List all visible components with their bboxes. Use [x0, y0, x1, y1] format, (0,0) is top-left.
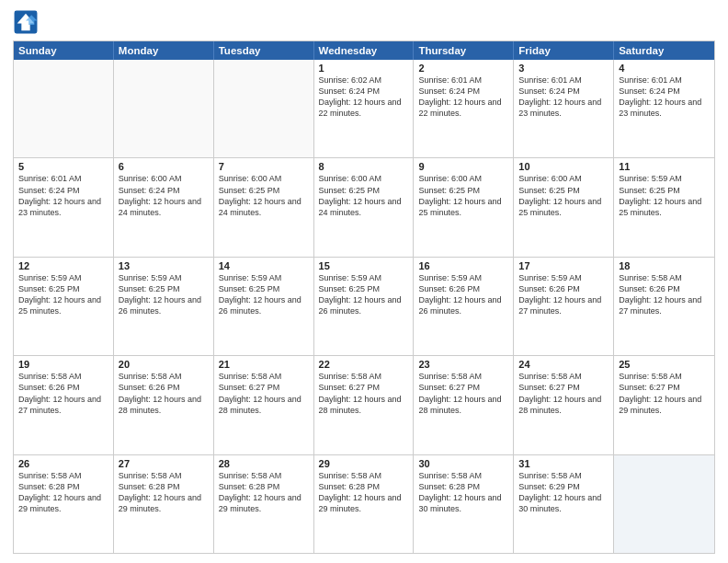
logo-icon [13, 9, 39, 35]
week-2: 5Sunrise: 6:01 AM Sunset: 6:24 PM Daylig… [14, 158, 714, 257]
cell-info: Sunrise: 6:00 AM Sunset: 6:25 PM Dayligh… [219, 173, 309, 218]
cal-cell: 30Sunrise: 5:58 AM Sunset: 6:28 PM Dayli… [414, 455, 514, 553]
day-number: 1 [319, 63, 409, 74]
header-day-tuesday: Tuesday [214, 41, 314, 60]
week-3: 12Sunrise: 5:59 AM Sunset: 6:25 PM Dayli… [14, 258, 714, 356]
day-number: 29 [319, 458, 409, 469]
day-number: 6 [119, 161, 209, 172]
cell-info: Sunrise: 5:59 AM Sunset: 6:25 PM Dayligh… [119, 272, 209, 317]
cell-info: Sunrise: 5:59 AM Sunset: 6:25 PM Dayligh… [219, 272, 309, 317]
cell-info: Sunrise: 5:58 AM Sunset: 6:26 PM Dayligh… [619, 272, 710, 317]
day-number: 9 [418, 161, 508, 172]
cell-info: Sunrise: 5:58 AM Sunset: 6:27 PM Dayligh… [319, 371, 409, 416]
day-number: 19 [18, 359, 108, 370]
cal-cell: 5Sunrise: 6:01 AM Sunset: 6:24 PM Daylig… [14, 158, 114, 256]
cal-cell: 11Sunrise: 5:59 AM Sunset: 6:25 PM Dayli… [614, 158, 714, 256]
day-number: 8 [319, 161, 409, 172]
day-number: 14 [219, 260, 309, 271]
cell-info: Sunrise: 5:59 AM Sunset: 6:25 PM Dayligh… [619, 173, 710, 218]
cal-cell: 26Sunrise: 5:58 AM Sunset: 6:28 PM Dayli… [14, 455, 114, 553]
day-number: 12 [18, 260, 108, 271]
cal-cell: 14Sunrise: 5:59 AM Sunset: 6:25 PM Dayli… [214, 258, 314, 355]
cal-cell: 9Sunrise: 6:00 AM Sunset: 6:25 PM Daylig… [414, 158, 514, 256]
cell-info: Sunrise: 5:58 AM Sunset: 6:28 PM Dayligh… [119, 470, 209, 515]
cal-cell: 2Sunrise: 6:01 AM Sunset: 6:24 PM Daylig… [414, 60, 514, 157]
header-day-saturday: Saturday [614, 41, 714, 60]
cal-cell: 20Sunrise: 5:58 AM Sunset: 6:26 PM Dayli… [114, 356, 214, 454]
header-day-wednesday: Wednesday [314, 41, 415, 60]
cal-cell: 16Sunrise: 5:59 AM Sunset: 6:26 PM Dayli… [414, 258, 514, 355]
cell-info: Sunrise: 6:00 AM Sunset: 6:25 PM Dayligh… [418, 173, 508, 218]
cell-info: Sunrise: 5:59 AM Sunset: 6:26 PM Dayligh… [418, 272, 508, 317]
cal-cell: 31Sunrise: 5:58 AM Sunset: 6:29 PM Dayli… [514, 455, 614, 553]
page: SundayMondayTuesdayWednesdayThursdayFrid… [0, 0, 728, 563]
day-number: 5 [18, 161, 108, 172]
day-number: 20 [119, 359, 209, 370]
cal-cell [114, 60, 214, 157]
cal-cell: 6Sunrise: 6:00 AM Sunset: 6:24 PM Daylig… [114, 158, 214, 256]
cell-info: Sunrise: 5:58 AM Sunset: 6:26 PM Dayligh… [18, 371, 108, 416]
cell-info: Sunrise: 5:58 AM Sunset: 6:28 PM Dayligh… [418, 470, 508, 515]
calendar-body: 1Sunrise: 6:02 AM Sunset: 6:24 PM Daylig… [14, 60, 714, 553]
cal-cell: 18Sunrise: 5:58 AM Sunset: 6:26 PM Dayli… [614, 258, 714, 355]
cell-info: Sunrise: 6:02 AM Sunset: 6:24 PM Dayligh… [319, 75, 409, 120]
cal-cell: 27Sunrise: 5:58 AM Sunset: 6:28 PM Dayli… [114, 455, 214, 553]
day-number: 16 [418, 260, 508, 271]
cell-info: Sunrise: 6:00 AM Sunset: 6:25 PM Dayligh… [518, 173, 609, 218]
day-number: 18 [619, 260, 710, 271]
cell-info: Sunrise: 5:59 AM Sunset: 6:25 PM Dayligh… [18, 272, 108, 317]
cal-cell: 13Sunrise: 5:59 AM Sunset: 6:25 PM Dayli… [114, 258, 214, 355]
day-number: 10 [518, 161, 609, 172]
cell-info: Sunrise: 5:58 AM Sunset: 6:26 PM Dayligh… [119, 371, 209, 416]
cal-cell: 3Sunrise: 6:01 AM Sunset: 6:24 PM Daylig… [514, 60, 614, 157]
cell-info: Sunrise: 5:58 AM Sunset: 6:27 PM Dayligh… [219, 371, 309, 416]
day-number: 26 [18, 458, 108, 469]
cell-info: Sunrise: 6:01 AM Sunset: 6:24 PM Dayligh… [18, 173, 108, 218]
day-number: 2 [418, 63, 508, 74]
cal-cell: 22Sunrise: 5:58 AM Sunset: 6:27 PM Dayli… [314, 356, 415, 454]
cal-cell: 23Sunrise: 5:58 AM Sunset: 6:27 PM Dayli… [414, 356, 514, 454]
header-day-friday: Friday [514, 41, 614, 60]
cal-cell: 7Sunrise: 6:00 AM Sunset: 6:25 PM Daylig… [214, 158, 314, 256]
cell-info: Sunrise: 5:59 AM Sunset: 6:25 PM Dayligh… [319, 272, 409, 317]
cell-info: Sunrise: 5:58 AM Sunset: 6:27 PM Dayligh… [518, 371, 609, 416]
cal-cell: 8Sunrise: 6:00 AM Sunset: 6:25 PM Daylig… [314, 158, 415, 256]
cell-info: Sunrise: 6:00 AM Sunset: 6:25 PM Dayligh… [319, 173, 409, 218]
day-number: 28 [219, 458, 309, 469]
day-number: 21 [219, 359, 309, 370]
header-day-sunday: Sunday [14, 41, 114, 60]
day-number: 25 [619, 359, 710, 370]
cal-cell: 1Sunrise: 6:02 AM Sunset: 6:24 PM Daylig… [314, 60, 415, 157]
cell-info: Sunrise: 5:58 AM Sunset: 6:28 PM Dayligh… [319, 470, 409, 515]
day-number: 4 [619, 63, 710, 74]
cal-cell: 10Sunrise: 6:00 AM Sunset: 6:25 PM Dayli… [514, 158, 614, 256]
cell-info: Sunrise: 5:58 AM Sunset: 6:29 PM Dayligh… [518, 470, 609, 515]
cell-info: Sunrise: 6:01 AM Sunset: 6:24 PM Dayligh… [418, 75, 508, 120]
calendar-header: SundayMondayTuesdayWednesdayThursdayFrid… [14, 41, 714, 60]
day-number: 27 [119, 458, 209, 469]
logo [13, 9, 42, 35]
cal-cell: 28Sunrise: 5:58 AM Sunset: 6:28 PM Dayli… [214, 455, 314, 553]
cal-cell: 19Sunrise: 5:58 AM Sunset: 6:26 PM Dayli… [14, 356, 114, 454]
day-number: 11 [619, 161, 710, 172]
cell-info: Sunrise: 5:58 AM Sunset: 6:28 PM Dayligh… [219, 470, 309, 515]
cal-cell: 17Sunrise: 5:59 AM Sunset: 6:26 PM Dayli… [514, 258, 614, 355]
cal-cell [14, 60, 114, 157]
cell-info: Sunrise: 6:01 AM Sunset: 6:24 PM Dayligh… [619, 75, 710, 120]
header [13, 9, 715, 35]
cal-cell: 24Sunrise: 5:58 AM Sunset: 6:27 PM Dayli… [514, 356, 614, 454]
cal-cell: 25Sunrise: 5:58 AM Sunset: 6:27 PM Dayli… [614, 356, 714, 454]
cell-info: Sunrise: 5:59 AM Sunset: 6:26 PM Dayligh… [518, 272, 609, 317]
cal-cell: 15Sunrise: 5:59 AM Sunset: 6:25 PM Dayli… [314, 258, 415, 355]
day-number: 3 [518, 63, 609, 74]
day-number: 24 [518, 359, 609, 370]
day-number: 7 [219, 161, 309, 172]
cell-info: Sunrise: 5:58 AM Sunset: 6:28 PM Dayligh… [18, 470, 108, 515]
day-number: 22 [319, 359, 409, 370]
cal-cell [614, 455, 714, 553]
header-day-monday: Monday [114, 41, 214, 60]
calendar: SundayMondayTuesdayWednesdayThursdayFrid… [13, 40, 715, 554]
header-day-thursday: Thursday [414, 41, 514, 60]
cell-info: Sunrise: 6:00 AM Sunset: 6:24 PM Dayligh… [119, 173, 209, 218]
cal-cell [214, 60, 314, 157]
